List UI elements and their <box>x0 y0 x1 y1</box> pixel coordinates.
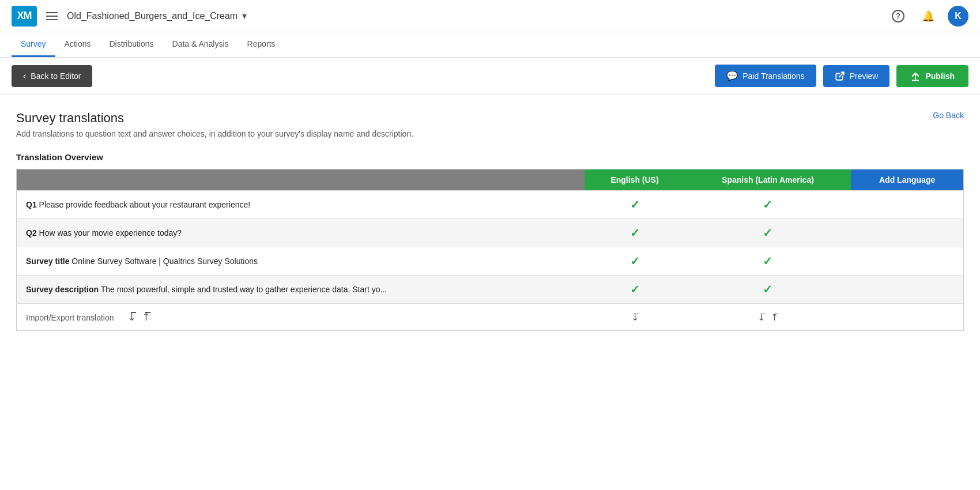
row-label-survey-desc: Survey description The most powerful, si… <box>17 276 585 304</box>
tab-survey[interactable]: Survey <box>12 32 55 57</box>
chevron-down-icon: ▾ <box>242 10 247 21</box>
survey-desc-add-cell <box>851 276 963 304</box>
th-spanish: Spanish (Latin America) <box>685 169 851 191</box>
preview-button[interactable]: Preview <box>823 65 890 87</box>
page-title: Survey translations <box>16 111 413 126</box>
help-icon: ? <box>892 10 904 22</box>
table-row: Survey title Online Survey Software | Qu… <box>17 247 964 276</box>
tab-distributions[interactable]: Distributions <box>100 32 163 57</box>
back-to-editor-button[interactable]: ‹ Back to Editor <box>12 65 92 87</box>
import-icon[interactable]: ↓̅ <box>127 311 136 323</box>
page-content: Survey translations Add translations to … <box>0 95 980 331</box>
survey-desc-es-check: ✓ <box>685 276 851 304</box>
page-header-text: Survey translations Add translations to … <box>16 111 413 138</box>
survey-title-es-check: ✓ <box>685 247 851 276</box>
tab-data-analysis[interactable]: Data & Analysis <box>163 32 238 57</box>
page-subtitle: Add translations to question text and an… <box>16 129 413 138</box>
q1-es-check: ✓ <box>685 191 851 219</box>
row-label-q1: Q1 Please provide feedback about your re… <box>17 191 585 219</box>
survey-desc-en-check: ✓ <box>585 276 684 304</box>
th-label <box>17 169 585 191</box>
table-row: Survey description The most powerful, si… <box>17 276 964 304</box>
import-en-icon[interactable]: ↓̅ <box>631 312 639 323</box>
import-export-label: Import/Export translation ↓̅ ↑̅ <box>17 304 585 331</box>
export-icon[interactable]: ↑̅ <box>142 311 150 323</box>
q1-add-cell <box>851 191 963 219</box>
go-back-link[interactable]: Go Back <box>933 111 964 120</box>
tab-reports[interactable]: Reports <box>238 32 285 57</box>
translation-table: English (US) Spanish (Latin America) Add… <box>16 169 964 331</box>
import-export-add-cell <box>851 304 963 331</box>
q2-add-cell <box>851 219 963 247</box>
nav-tabs: Survey Actions Distributions Data & Anal… <box>0 32 980 58</box>
q2-en-check: ✓ <box>585 219 684 247</box>
export-es-icon[interactable]: ↑̅ <box>771 312 778 323</box>
paid-translations-icon: 💬 <box>726 70 738 81</box>
preview-icon <box>835 71 845 81</box>
q2-es-check: ✓ <box>685 219 851 247</box>
row-label-q2: Q2 How was your movie experience today? <box>17 219 585 247</box>
header-icons: ? 🔔 K <box>888 6 968 27</box>
add-language-button[interactable]: Add Language <box>851 169 963 191</box>
import-export-en-cell: ↓̅ <box>585 304 684 331</box>
hamburger-menu[interactable] <box>46 12 58 20</box>
page-header: Survey translations Add translations to … <box>16 111 964 138</box>
translation-overview: Translation Overview English (US) Spanis… <box>16 152 964 331</box>
notifications-button[interactable]: 🔔 <box>918 6 938 27</box>
xm-logo[interactable]: XM <box>12 6 37 27</box>
help-button[interactable]: ? <box>888 6 909 27</box>
bell-icon: 🔔 <box>922 10 934 22</box>
survey-name: Old_Fashioned_Burgers_and_Ice_Cream <box>67 11 238 21</box>
user-avatar-button[interactable]: K <box>948 6 968 27</box>
survey-title-dropdown[interactable]: Old_Fashioned_Burgers_and_Ice_Cream ▾ <box>67 10 247 21</box>
paid-translations-button[interactable]: 💬 Paid Translations <box>715 65 816 87</box>
survey-title-en-check: ✓ <box>585 247 684 276</box>
header: XM Old_Fashioned_Burgers_and_Ice_Cream ▾… <box>0 0 980 32</box>
import-es-icon[interactable]: ↓̅ <box>757 312 765 323</box>
publish-icon <box>910 71 921 81</box>
table-row: Q2 How was your movie experience today? … <box>17 219 964 247</box>
row-label-survey-title: Survey title Online Survey Software | Qu… <box>17 247 585 276</box>
th-english: English (US) <box>585 169 684 191</box>
section-title: Translation Overview <box>16 152 964 162</box>
import-export-row: Import/Export translation ↓̅ ↑̅ ↓̅ <box>17 304 964 331</box>
publish-button[interactable]: Publish <box>896 65 968 87</box>
toolbar: ‹ Back to Editor 💬 Paid Translations Pre… <box>0 58 980 95</box>
tab-actions[interactable]: Actions <box>55 32 100 57</box>
import-export-es-cell: ↓̅ ↑̅ <box>685 304 851 331</box>
table-row: Q1 Please provide feedback about your re… <box>17 191 964 219</box>
table-header-row: English (US) Spanish (Latin America) Add… <box>17 169 964 191</box>
back-arrow-icon: ‹ <box>23 71 26 81</box>
survey-title-add-cell <box>851 247 963 276</box>
q1-en-check: ✓ <box>585 191 684 219</box>
